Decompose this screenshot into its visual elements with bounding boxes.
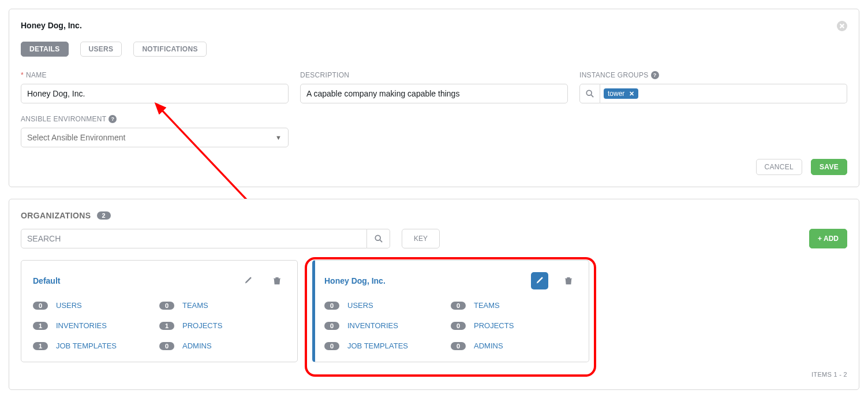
ig-tags[interactable]: tower ✕	[600, 84, 847, 103]
env-label: ANSIBLE ENVIRONMENT	[21, 115, 106, 123]
close-icon[interactable]	[837, 21, 847, 33]
stat-count-badge: 1	[33, 322, 48, 330]
stat-count-badge: 0	[159, 302, 174, 310]
stat-count-badge: 0	[33, 302, 48, 310]
stat-link[interactable]: ADMINS	[182, 341, 212, 350]
ig-lookup-button[interactable]	[579, 84, 600, 103]
save-button[interactable]: SAVE	[811, 159, 847, 175]
ig-label: INSTANCE GROUPS	[579, 71, 649, 79]
stat-count-badge: 0	[324, 302, 339, 310]
name-label: NAME	[26, 71, 47, 79]
org-stat: 1JOB TEMPLATES	[33, 341, 159, 350]
org-card: Default0USERS0TEAMS1INVENTORIES1PROJECTS…	[21, 260, 298, 362]
stat-link[interactable]: TEAMS	[474, 301, 500, 310]
orgs-count-badge: 2	[97, 211, 111, 220]
tag-remove-icon[interactable]: ✕	[629, 90, 634, 98]
svg-line-2	[591, 95, 593, 97]
search-icon	[586, 90, 594, 98]
help-icon[interactable]: ?	[108, 115, 117, 123]
org-stat: 0TEAMS	[159, 301, 286, 310]
stat-link[interactable]: INVENTORIES	[347, 321, 398, 330]
orgs-title: ORGANIZATIONS	[21, 211, 91, 220]
stat-count-badge: 0	[159, 342, 174, 350]
cancel-button[interactable]: CANCEL	[756, 159, 802, 175]
stat-link[interactable]: ADMINS	[474, 341, 503, 350]
env-select[interactable]	[21, 128, 289, 147]
stat-count-badge: 1	[159, 322, 174, 330]
org-card: Honey Dog, Inc.0USERS0TEAMS0INVENTORIES0…	[312, 260, 589, 362]
delete-button[interactable]	[268, 272, 286, 289]
edit-button[interactable]	[240, 272, 257, 289]
stat-link[interactable]: JOB TEMPLATES	[347, 341, 408, 350]
org-edit-panel: Honey Dog, Inc. DETAILS USERS NOTIFICATI…	[9, 9, 859, 187]
search-button[interactable]	[367, 229, 390, 248]
org-card-title[interactable]: Default	[33, 276, 60, 285]
stat-count-badge: 0	[451, 342, 466, 350]
stat-count-badge: 0	[324, 322, 339, 330]
add-button[interactable]: + ADD	[809, 229, 847, 248]
panel-title: Honey Dog, Inc.	[21, 21, 82, 30]
field-description: DESCRIPTION	[300, 71, 568, 103]
search-input[interactable]	[21, 229, 367, 248]
svg-point-5	[375, 235, 380, 240]
help-icon[interactable]: ?	[651, 71, 659, 79]
tab-users[interactable]: USERS	[80, 42, 122, 57]
tag-label: tower	[608, 90, 624, 98]
stat-link[interactable]: USERS	[347, 301, 373, 310]
stat-link[interactable]: PROJECTS	[474, 321, 514, 330]
field-ansible-env: ANSIBLE ENVIRONMENT ? ▼	[21, 115, 289, 147]
stat-count-badge: 1	[33, 342, 48, 350]
field-instance-groups: INSTANCE GROUPS ? tower ✕	[579, 71, 847, 103]
org-stat: 0ADMINS	[451, 341, 577, 350]
delete-button[interactable]	[560, 272, 577, 289]
stat-link[interactable]: TEAMS	[182, 301, 208, 310]
tabs: DETAILS USERS NOTIFICATIONS	[21, 42, 847, 57]
org-stat: 0INVENTORIES	[324, 321, 451, 330]
stat-link[interactable]: PROJECTS	[182, 321, 222, 330]
tab-details[interactable]: DETAILS	[21, 42, 69, 57]
search-icon	[375, 235, 383, 243]
org-card-title[interactable]: Honey Dog, Inc.	[324, 276, 386, 285]
org-stat: 1PROJECTS	[159, 321, 286, 330]
stat-link[interactable]: INVENTORIES	[56, 321, 107, 330]
org-stat: 1INVENTORIES	[33, 321, 159, 330]
key-button[interactable]: KEY	[402, 229, 440, 248]
stat-count-badge: 0	[451, 322, 466, 330]
items-range: ITEMS 1 - 2	[21, 371, 847, 378]
desc-label: DESCRIPTION	[300, 71, 349, 79]
svg-point-1	[586, 90, 592, 95]
orgs-panel: ORGANIZATIONS 2 KEY + ADD Default0USERS0…	[9, 199, 859, 390]
description-input[interactable]	[300, 84, 568, 103]
name-input[interactable]	[21, 84, 289, 103]
org-stat: 0JOB TEMPLATES	[324, 341, 451, 350]
stat-link[interactable]: JOB TEMPLATES	[56, 341, 117, 350]
org-stat: 0TEAMS	[451, 301, 577, 310]
ig-tag-tower: tower ✕	[604, 88, 638, 99]
org-stat: 0PROJECTS	[451, 321, 577, 330]
required-star: *	[21, 71, 24, 79]
stat-count-badge: 0	[451, 302, 466, 310]
org-stat: 0USERS	[33, 301, 159, 310]
svg-line-6	[380, 240, 382, 242]
tab-notifications[interactable]: NOTIFICATIONS	[133, 42, 206, 57]
stat-link[interactable]: USERS	[56, 301, 82, 310]
org-stat: 0ADMINS	[159, 341, 286, 350]
field-name: *NAME	[21, 71, 289, 103]
org-cards: Default0USERS0TEAMS1INVENTORIES1PROJECTS…	[21, 260, 847, 362]
stat-count-badge: 0	[324, 342, 339, 350]
org-stat: 0USERS	[324, 301, 451, 310]
edit-button[interactable]	[531, 272, 548, 289]
